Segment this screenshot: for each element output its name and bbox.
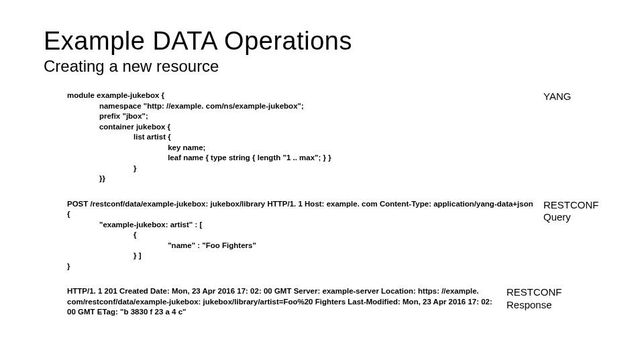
slide-subtitle: Creating a new resource	[44, 57, 600, 76]
response-label: RESTCONF Response	[500, 286, 564, 312]
slide-title: Example DATA Operations	[44, 27, 600, 56]
response-section: HTTP/1. 1 201 Created Date: Mon, 23 Apr …	[44, 286, 600, 318]
yang-code: module example-jukebox { namespace "http…	[44, 90, 537, 184]
response-code: HTTP/1. 1 201 Created Date: Mon, 23 Apr …	[44, 286, 500, 318]
query-section: POST /restconf/data/example-jukebox: juk…	[44, 199, 600, 272]
yang-section: module example-jukebox { namespace "http…	[44, 90, 600, 184]
query-code: POST /restconf/data/example-jukebox: juk…	[44, 199, 537, 272]
query-label: RESTCONF Query	[537, 199, 600, 225]
yang-label: YANG	[537, 90, 600, 103]
